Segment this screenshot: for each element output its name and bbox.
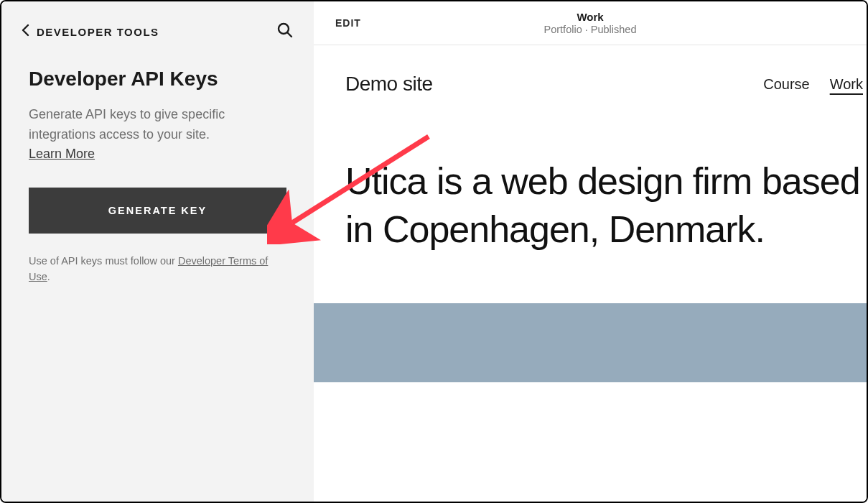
generate-key-button[interactable]: GENERATE KEY [29, 188, 286, 234]
edit-button[interactable]: EDIT [335, 17, 361, 29]
nav-item-course[interactable]: Course [763, 76, 809, 93]
site-title: Demo site [345, 73, 433, 96]
terms-note: Use of API keys must follow our Develope… [29, 254, 286, 285]
svg-line-1 [288, 33, 292, 37]
page-meta-sub: Portfolio · Published [544, 24, 637, 35]
sidebar-body: Developer API Keys Generate API keys to … [1, 59, 314, 285]
search-button[interactable] [276, 22, 294, 42]
settings-sidebar: DEVELOPER TOOLS Developer API Keys Gener… [1, 1, 314, 502]
site-header: Demo site Course Work [314, 45, 867, 123]
terms-suffix: . [47, 271, 50, 282]
page-meta-title: Work [544, 11, 637, 23]
preview-topbar: EDIT Work Portfolio · Published [314, 1, 867, 45]
back-label: DEVELOPER TOOLS [37, 26, 159, 38]
learn-more-link[interactable]: Learn More [29, 147, 95, 162]
terms-prefix: Use of API keys must follow our [29, 255, 178, 267]
hero-image [314, 303, 867, 382]
hero-text: Utica is a web design firm based in Cope… [314, 123, 867, 303]
nav-item-work[interactable]: Work [830, 76, 863, 93]
site-preview: EDIT Work Portfolio · Published Demo sit… [314, 1, 867, 502]
search-icon [276, 22, 294, 42]
site-nav: Course Work [763, 76, 867, 93]
back-button[interactable]: DEVELOPER TOOLS [22, 24, 159, 40]
page-title: Developer API Keys [29, 68, 286, 91]
page-description: Generate API keys to give specific integ… [29, 105, 286, 145]
chevron-left-icon [22, 24, 29, 40]
sidebar-header: DEVELOPER TOOLS [1, 1, 314, 59]
page-meta: Work Portfolio · Published [544, 11, 637, 35]
